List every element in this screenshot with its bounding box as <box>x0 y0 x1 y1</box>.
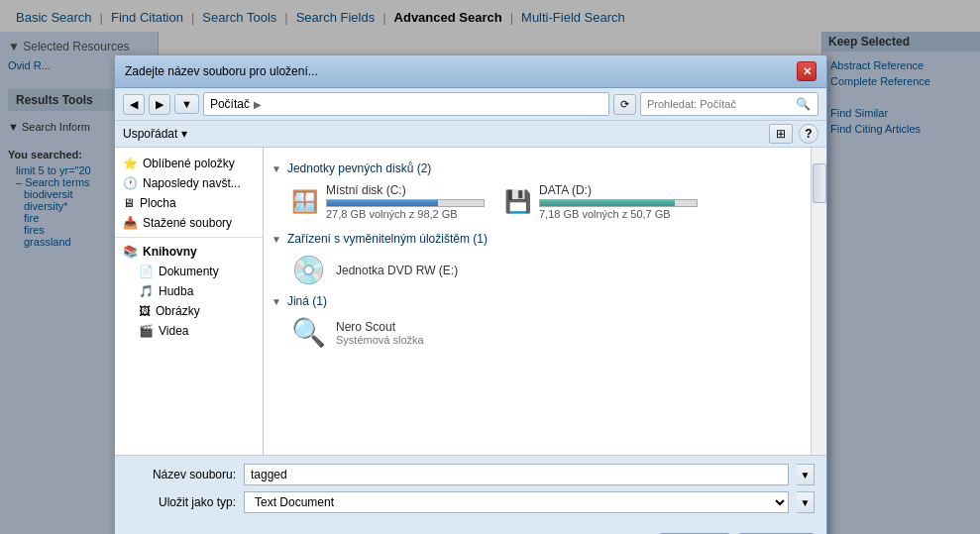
dropdown-icon: ▼ <box>181 98 192 110</box>
other-header: ▼ Jiná (1) <box>272 294 803 308</box>
view-toggle-button[interactable]: ⊞ <box>769 124 793 144</box>
filetype-dropdown-icon: ▼ <box>801 497 811 508</box>
dialog-body: ⭐ Oblíbené položky 🕐 Naposledy navšt... … <box>115 148 826 455</box>
nav-documents[interactable]: 📄 Dokumenty <box>115 262 263 281</box>
file-browser-panel: ▼ Jednotky pevných disků (2) 🪟 Místní di… <box>264 148 811 455</box>
scrollbar-thumb <box>813 163 826 203</box>
libraries-icon: 📚 <box>123 245 138 259</box>
nav-panel: ⭐ Oblíbené položky 🕐 Naposledy navšt... … <box>115 148 264 455</box>
organize-bar: Uspořádat ▾ ⊞ ? <box>115 121 826 148</box>
filename-input[interactable] <box>244 464 789 485</box>
star-icon: ⭐ <box>123 157 138 170</box>
desktop-icon: 🖥 <box>123 196 135 210</box>
drive-c-label: Místní disk (C:) <box>326 183 485 197</box>
forward-button[interactable]: ▶ <box>149 94 170 115</box>
downloads-icon: 📥 <box>123 216 138 230</box>
help-button[interactable]: ? <box>799 124 818 144</box>
forward-icon: ▶ <box>156 98 163 111</box>
back-button[interactable]: ◀ <box>123 94 145 115</box>
section-arrow-2: ▼ <box>272 234 281 245</box>
dvd-label: Jednotka DVD RW (E:) <box>336 264 458 277</box>
removable-header: ▼ Zařízení s vyměnitelným úložištěm (1) <box>272 232 803 246</box>
drive-grid: 🪟 Místní disk (C:) 27,8 GB volných z 98,… <box>272 183 803 220</box>
nav-libraries[interactable]: 📚 Knihovny <box>115 242 263 262</box>
nero-label: Nero Scout <box>336 320 424 334</box>
filename-form: Název souboru: ▼ Uložit jako typ: Text D… <box>115 455 826 527</box>
filetype-row: Uložit jako typ: Text Document ▼ <box>127 491 815 513</box>
breadcrumb-bar[interactable]: Počítač ▶ <box>203 92 609 116</box>
filetype-dropdown-button[interactable]: ▼ <box>797 491 815 513</box>
drive-c[interactable]: 🪟 Místní disk (C:) 27,8 GB volných z 98,… <box>291 183 485 220</box>
nav-pictures[interactable]: 🖼 Obrázky <box>115 301 263 321</box>
documents-icon: 📄 <box>139 265 154 278</box>
back-icon: ◀ <box>130 98 138 111</box>
dialog-close-button[interactable]: ✕ <box>797 61 817 81</box>
question-mark-icon: ? <box>805 127 812 141</box>
music-icon: 🎵 <box>139 284 154 298</box>
breadcrumb-text: Počítač <box>210 97 250 111</box>
section-arrow-1: ▼ <box>272 163 281 174</box>
filetype-select[interactable]: Text Document <box>244 491 789 513</box>
drive-d[interactable]: 💾 DATA (D:) 7,18 GB volných z 50,7 GB <box>504 183 698 220</box>
nero-icon: 🔍 <box>291 316 326 349</box>
dialog-title: Zadejte název souboru pro uložení... <box>125 64 318 78</box>
filename-dropdown-icon: ▼ <box>801 470 811 481</box>
search-box[interactable]: 🔍 <box>640 92 818 116</box>
breadcrumb-arrow-icon: ▶ <box>254 99 262 110</box>
nero-scout-item[interactable]: 🔍 Nero Scout Systémová složka <box>272 316 803 349</box>
file-save-dialog: Zadejte název souboru pro uložení... ✕ ◀… <box>114 54 827 534</box>
view-icon: ⊞ <box>776 127 786 141</box>
drive-d-size: 7,18 GB volných z 50,7 GB <box>539 208 698 220</box>
scrollbar[interactable] <box>811 148 826 455</box>
filename-row: Název souboru: ▼ <box>127 464 815 485</box>
dialog-toolbar: ◀ ▶ ▼ Počítač ▶ ⟳ 🔍 <box>115 88 826 121</box>
filename-label: Název souboru: <box>127 468 236 481</box>
nav-recent[interactable]: 🕐 Naposledy navšt... <box>115 173 263 193</box>
dvd-drive-item[interactable]: 💿 Jednotka DVD RW (E:) <box>272 254 803 286</box>
pictures-icon: 🖼 <box>139 304 151 318</box>
nero-sublabel: Systémová složka <box>336 334 424 346</box>
nav-favorites[interactable]: ⭐ Oblíbené položky <box>115 154 263 173</box>
filetype-label: Uložit jako typ: <box>127 495 236 509</box>
fixed-disks-header: ▼ Jednotky pevných disků (2) <box>272 161 803 175</box>
videos-icon: 🎬 <box>139 324 154 338</box>
drive-c-size: 27,8 GB volných z 98,2 GB <box>326 208 485 220</box>
nav-videos[interactable]: 🎬 Videa <box>115 321 263 341</box>
dialog-titlebar: Zadejte název souboru pro uložení... ✕ <box>115 55 826 88</box>
clock-icon: 🕐 <box>123 176 138 190</box>
refresh-button[interactable]: ⟳ <box>613 94 636 115</box>
filename-dropdown-button[interactable]: ▼ <box>797 464 815 485</box>
search-magnifier-icon: 🔍 <box>796 97 811 111</box>
dvd-icon: 💿 <box>291 254 326 286</box>
nav-downloads[interactable]: 📥 Stažené soubory <box>115 213 263 233</box>
organize-button[interactable]: Uspořádat ▾ <box>123 127 187 141</box>
nav-desktop[interactable]: 🖥 Plocha <box>115 193 263 213</box>
refresh-icon: ⟳ <box>620 98 629 111</box>
nav-music[interactable]: 🎵 Hudba <box>115 281 263 301</box>
dialog-actions: 🔼 Skrýt složky Uložit Storno <box>115 527 826 534</box>
search-input[interactable] <box>647 98 796 110</box>
drive-d-label: DATA (D:) <box>539 183 698 197</box>
dropdown-button[interactable]: ▼ <box>174 94 199 114</box>
section-arrow-3: ▼ <box>272 296 281 307</box>
